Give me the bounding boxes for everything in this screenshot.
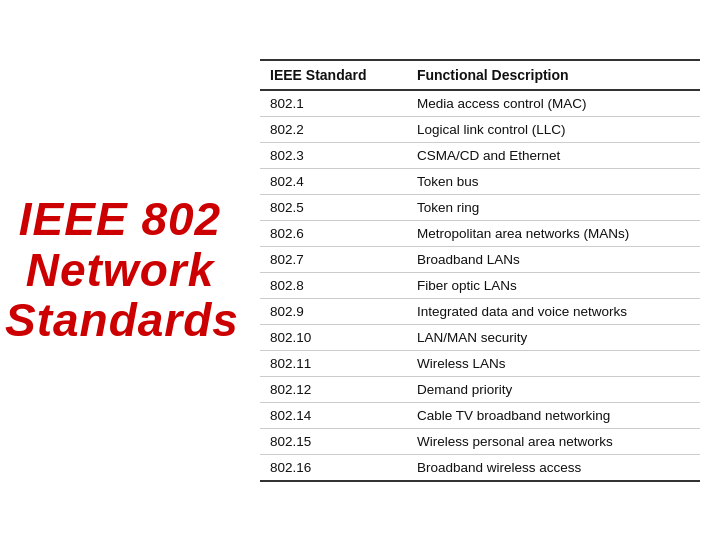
- cell-description: Fiber optic LANs: [407, 272, 700, 298]
- title-block: IEEE 802 Network Standards: [0, 184, 240, 356]
- cell-standard: 802.7: [260, 246, 407, 272]
- cell-description: Logical link control (LLC): [407, 116, 700, 142]
- cell-standard: 802.4: [260, 168, 407, 194]
- cell-standard: 802.15: [260, 428, 407, 454]
- table-row: 802.11Wireless LANs: [260, 350, 700, 376]
- table-row: 802.9Integrated data and voice networks: [260, 298, 700, 324]
- table-row: 802.6Metropolitan area networks (MANs): [260, 220, 700, 246]
- cell-standard: 802.16: [260, 454, 407, 481]
- col-header-description: Functional Description: [407, 60, 700, 90]
- cell-standard: 802.9: [260, 298, 407, 324]
- cell-description: Integrated data and voice networks: [407, 298, 700, 324]
- cell-description: Wireless personal area networks: [407, 428, 700, 454]
- page-container: IEEE 802 Network Standards IEEE Standard…: [0, 0, 720, 540]
- cell-standard: 802.11: [260, 350, 407, 376]
- title-line2: Network: [26, 244, 214, 296]
- table-row: 802.4Token bus: [260, 168, 700, 194]
- cell-standard: 802.12: [260, 376, 407, 402]
- table-row: 802.16Broadband wireless access: [260, 454, 700, 481]
- cell-description: LAN/MAN security: [407, 324, 700, 350]
- cell-description: Wireless LANs: [407, 350, 700, 376]
- cell-description: Broadband LANs: [407, 246, 700, 272]
- table-row: 802.14Cable TV broadband networking: [260, 402, 700, 428]
- table-row: 802.5Token ring: [260, 194, 700, 220]
- standards-table-wrapper: IEEE Standard Functional Description 802…: [240, 49, 720, 492]
- table-row: 802.2Logical link control (LLC): [260, 116, 700, 142]
- cell-standard: 802.14: [260, 402, 407, 428]
- cell-standard: 802.10: [260, 324, 407, 350]
- cell-description: Cable TV broadband networking: [407, 402, 700, 428]
- col-header-standard: IEEE Standard: [260, 60, 407, 90]
- cell-description: CSMA/CD and Ethernet: [407, 142, 700, 168]
- cell-description: Token bus: [407, 168, 700, 194]
- cell-standard: 802.3: [260, 142, 407, 168]
- table-row: 802.1Media access control (MAC): [260, 90, 700, 117]
- table-row: 802.8Fiber optic LANs: [260, 272, 700, 298]
- cell-description: Demand priority: [407, 376, 700, 402]
- title-line3: Standards: [5, 294, 239, 346]
- cell-standard: 802.1: [260, 90, 407, 117]
- table-header-row: IEEE Standard Functional Description: [260, 60, 700, 90]
- table-row: 802.3CSMA/CD and Ethernet: [260, 142, 700, 168]
- title-line1: IEEE 802: [19, 193, 221, 245]
- table-row: 802.10LAN/MAN security: [260, 324, 700, 350]
- table-row: 802.12Demand priority: [260, 376, 700, 402]
- page-title: IEEE 802 Network Standards: [5, 194, 235, 346]
- cell-description: Metropolitan area networks (MANs): [407, 220, 700, 246]
- cell-standard: 802.5: [260, 194, 407, 220]
- cell-description: Media access control (MAC): [407, 90, 700, 117]
- table-row: 802.15Wireless personal area networks: [260, 428, 700, 454]
- cell-standard: 802.8: [260, 272, 407, 298]
- cell-standard: 802.2: [260, 116, 407, 142]
- cell-description: Broadband wireless access: [407, 454, 700, 481]
- table-row: 802.7Broadband LANs: [260, 246, 700, 272]
- cell-standard: 802.6: [260, 220, 407, 246]
- standards-table: IEEE Standard Functional Description 802…: [260, 59, 700, 482]
- cell-description: Token ring: [407, 194, 700, 220]
